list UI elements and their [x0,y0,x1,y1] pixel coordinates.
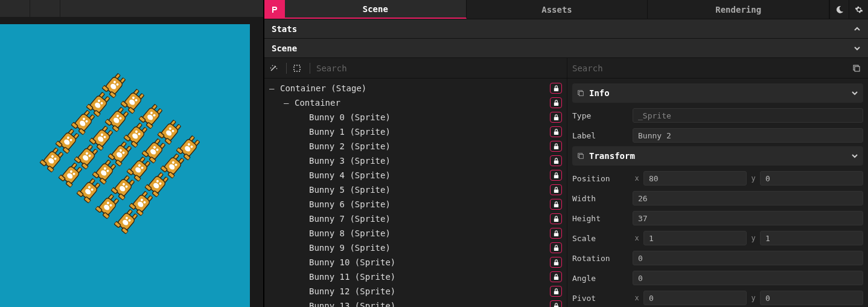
axis-x: x [633,294,641,302]
lock-icon[interactable] [550,170,562,181]
toolbar-cell[interactable] [30,0,60,17]
stats-section-header[interactable]: Stats [264,19,868,39]
tree-item-container[interactable]: —Container [264,95,567,110]
tree-item-sprite[interactable]: Bunny 0 (Sprite) [264,110,567,124]
tree-item-sprite[interactable]: Bunny 3 (Sprite) [264,154,567,168]
tree-item-sprite[interactable]: Bunny 2 (Sprite) [264,139,567,154]
lock-icon[interactable] [550,141,562,152]
lock-icon[interactable] [550,300,562,307]
lock-icon[interactable] [550,213,562,224]
tree-item-sprite[interactable]: Bunny 7 (Sprite) [264,212,567,226]
lock-icon[interactable] [550,257,562,268]
toolbar-cell[interactable] [0,0,30,17]
lock-icon[interactable] [550,83,562,94]
tree-item-sprite[interactable]: Bunny 4 (Sprite) [264,168,567,183]
magic-wand-icon[interactable] [269,64,280,73]
svg-rect-207 [554,160,558,164]
lock-icon[interactable] [550,155,562,166]
tree-item-label: Bunny 12 (Sprite) [309,286,550,296]
tree-item-sprite[interactable]: Bunny 12 (Sprite) [264,284,567,299]
angle-field[interactable]: 0 [633,271,863,285]
theme-toggle-button[interactable] [829,0,849,19]
height-field[interactable]: 37 [633,211,863,225]
rotation-label: Rotation [572,254,630,263]
tree-item-sprite[interactable]: Bunny 13 (Sprite) [264,299,567,307]
svg-rect-223 [579,154,583,158]
tree-item-sprite[interactable]: Bunny 9 (Sprite) [264,241,567,255]
tree-item-sprite[interactable]: Bunny 6 (Sprite) [264,197,567,212]
pixi-logo-button[interactable] [264,0,285,19]
tree-search-input[interactable] [316,63,562,73]
section-title: Scene [272,44,297,53]
lock-icon[interactable] [550,112,562,123]
axis-x: x [633,234,641,242]
inspector-panel: Scene Assets Rendering Stats Scene [263,0,868,307]
lock-icon[interactable] [550,126,562,137]
copy-icon [577,89,584,97]
svg-rect-215 [554,276,558,280]
svg-rect-216 [554,291,558,294]
tree-item-label: Bunny 0 (Sprite) [309,112,550,122]
copy-icon[interactable] [852,64,863,73]
collapse-toggle-icon[interactable]: — [284,98,292,108]
label-field[interactable]: Bunny 2 [633,128,863,143]
transform-title: Transform [589,151,635,161]
info-section-header[interactable]: Info [572,83,863,103]
tab-assets[interactable]: Assets [467,0,648,19]
properties-list: Info Type _Sprite Label Bunny 2 Transfor… [567,79,868,307]
tree-item-label: Bunny 11 (Sprite) [309,272,550,282]
scale-y-field[interactable]: 1 [760,231,863,245]
tree-item-container[interactable]: —Container (Stage) [264,81,567,95]
svg-rect-221 [579,91,583,95]
tree-item-label: Container [295,98,550,108]
pivot-y-field[interactable]: 0 [760,291,863,305]
tree-search-row [264,58,567,79]
pivot-x-field[interactable]: 0 [643,291,747,305]
width-label: Width [572,194,630,203]
tree-item-sprite[interactable]: Bunny 10 (Sprite) [264,255,567,270]
settings-button[interactable] [849,0,868,19]
svg-rect-206 [554,146,558,149]
scene-canvas[interactable] [0,24,250,307]
scene-tree[interactable]: —Container (Stage)—ContainerBunny 0 (Spr… [264,79,567,307]
tree-item-sprite[interactable]: Bunny 11 (Sprite) [264,270,567,284]
tab-rendering[interactable]: Rendering [648,0,829,19]
selection-box-icon[interactable] [293,64,304,73]
props-search-input[interactable] [572,63,846,73]
lock-icon[interactable] [550,271,562,282]
tree-item-label: Bunny 10 (Sprite) [309,257,550,267]
scene-section-header[interactable]: Scene [264,39,868,58]
lock-icon[interactable] [550,97,562,108]
section-title: Stats [272,24,297,34]
tree-item-sprite[interactable]: Bunny 8 (Sprite) [264,226,567,241]
tree-item-sprite[interactable]: Bunny 1 (Sprite) [264,124,567,139]
position-y-field[interactable]: 0 [760,171,863,186]
lock-icon[interactable] [550,184,562,195]
transform-section-header[interactable]: Transform [572,146,863,166]
scene-tree-column: —Container (Stage)—ContainerBunny 0 (Spr… [264,58,567,307]
svg-rect-219 [855,66,860,71]
tree-item-sprite[interactable]: Bunny 5 (Sprite) [264,183,567,197]
axis-x: x [633,174,641,183]
pivot-label: Pivot [572,294,630,303]
tree-item-label: Bunny 3 (Sprite) [309,156,550,166]
lock-icon[interactable] [550,242,562,253]
lock-icon[interactable] [550,228,562,239]
svg-rect-204 [554,117,558,120]
lock-icon[interactable] [550,199,562,210]
label-label: Label [572,131,630,140]
scale-x-field[interactable]: 1 [643,231,747,245]
tab-scene[interactable]: Scene [285,0,467,19]
tree-item-label: Bunny 13 (Sprite) [309,301,550,307]
tree-item-label: Bunny 5 (Sprite) [309,185,550,195]
position-x-field[interactable]: 80 [643,171,747,186]
svg-rect-201 [294,65,300,71]
collapse-toggle-icon[interactable]: — [269,83,278,93]
tree-item-label: Bunny 2 (Sprite) [309,141,550,151]
rotation-field[interactable]: 0 [633,251,863,265]
lock-icon[interactable] [550,286,562,297]
width-field[interactable]: 26 [633,191,863,205]
divider [286,63,287,74]
svg-rect-202 [554,88,558,91]
tree-item-label: Bunny 6 (Sprite) [309,199,550,209]
